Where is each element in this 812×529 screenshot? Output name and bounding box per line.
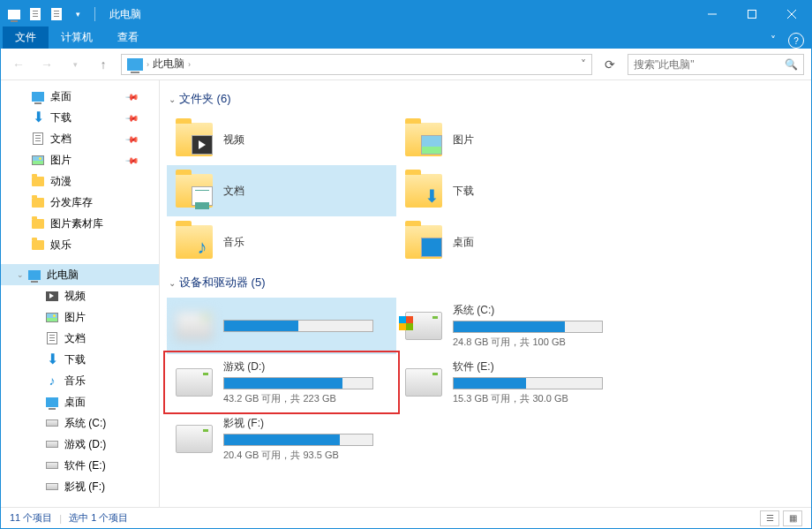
- drive-stats: 24.8 GB 可用，共 100 GB: [453, 336, 617, 349]
- breadcrumb-sep-icon[interactable]: ›: [188, 60, 191, 69]
- drives-grid: 系统 (C:) 24.8 GB 可用，共 100 GB 游戏 (D:) 43.2…: [167, 298, 804, 467]
- close-icon: [787, 10, 796, 19]
- drive-card-系统 (C:)[interactable]: 系统 (C:) 24.8 GB 可用，共 100 GB: [396, 298, 626, 354]
- address-dropdown-icon[interactable]: ˅: [575, 58, 591, 71]
- sidebar-item-图片[interactable]: 图片: [1, 306, 159, 328]
- hdd-icon: [45, 437, 59, 451]
- folder-icon: [31, 195, 45, 209]
- sidebar-item-label: 下载: [64, 352, 86, 367]
- doc-overlay-icon: [192, 186, 213, 206]
- close-button[interactable]: [771, 1, 811, 27]
- folder-card-桌面[interactable]: 桌面: [396, 216, 626, 268]
- sidebar-item-分发库存[interactable]: 分发库存: [1, 192, 159, 213]
- chevron-down-icon: ⌄: [169, 278, 176, 288]
- help-button[interactable]: ?: [788, 33, 804, 49]
- status-sep: |: [59, 513, 62, 524]
- tab-computer[interactable]: 计算机: [49, 26, 105, 49]
- dl-icon: ⬇: [45, 352, 59, 367]
- sidebar-item-label: 娱乐: [50, 238, 71, 253]
- system-menu-icon[interactable]: [6, 6, 22, 22]
- qat-dropdown-icon[interactable]: ▾: [70, 6, 86, 22]
- sidebar-item-系统 (C:)[interactable]: 系统 (C:): [1, 412, 159, 434]
- sidebar-item-label: 图片: [64, 310, 86, 325]
- search-icon[interactable]: 🔍: [785, 58, 798, 71]
- dl-icon: ⬇: [31, 110, 45, 125]
- sidebar-item-下载[interactable]: ⬇下载📌: [1, 107, 159, 128]
- folder-card-音乐[interactable]: ♪音乐: [167, 216, 396, 268]
- sidebar-item-音乐[interactable]: ♪音乐: [1, 370, 159, 391]
- drive-stats: 20.4 GB 可用，共 93.5 GB: [223, 449, 387, 462]
- pic-icon: [31, 153, 45, 167]
- sidebar-item-label: 文档: [50, 132, 71, 147]
- drive-card-软件 (E:)[interactable]: 软件 (E:) 15.3 GB 可用，共 30.0 GB: [396, 354, 626, 411]
- qat-icon-2[interactable]: [49, 6, 64, 22]
- folder-card-下载[interactable]: ⬇下载: [396, 165, 626, 216]
- sidebar-item-娱乐[interactable]: 娱乐: [1, 234, 159, 255]
- sidebar-item-thispc[interactable]: ⌄ 此电脑: [1, 264, 159, 285]
- drive-icon: [405, 312, 442, 340]
- breadcrumb-thispc[interactable]: 此电脑: [149, 57, 188, 72]
- folder-card-视频[interactable]: 视频: [167, 114, 396, 165]
- group-header-drives[interactable]: ⌄ 设备和驱动器 (5): [167, 268, 804, 298]
- folder-label: 桌面: [453, 235, 474, 250]
- nav-forward-button[interactable]: →: [36, 54, 57, 75]
- folder-label: 音乐: [223, 235, 244, 250]
- pin-icon: 📌: [125, 110, 139, 125]
- ribbon-collapse-icon[interactable]: ˅: [765, 33, 781, 49]
- sidebar-item-文档[interactable]: 文档📌: [1, 128, 159, 149]
- qat-divider: [94, 7, 95, 21]
- sidebar-item-label: 音乐: [64, 374, 86, 389]
- tab-view[interactable]: 查看: [105, 26, 151, 49]
- body: 桌面📌⬇下载📌文档📌图片📌动漫分发库存图片素材库娱乐 ⌄ 此电脑 视频图片文档⬇…: [1, 80, 811, 507]
- sidebar-item-游戏 (D:)[interactable]: 游戏 (D:): [1, 434, 159, 455]
- folder-card-文档[interactable]: 文档: [167, 165, 396, 216]
- sidebar-item-视频[interactable]: 视频: [1, 285, 159, 306]
- view-icons-button[interactable]: ▦: [783, 510, 802, 526]
- folder-label: 文档: [223, 184, 244, 199]
- maximize-button[interactable]: [732, 1, 771, 27]
- search-box[interactable]: 🔍: [628, 54, 804, 75]
- folder-label: 图片: [453, 132, 474, 147]
- tab-file[interactable]: 文件: [3, 26, 49, 49]
- desktop-overlay-icon: [421, 238, 442, 257]
- search-input[interactable]: [634, 58, 785, 71]
- sidebar-item-动漫[interactable]: 动漫: [1, 170, 159, 192]
- sidebar-item-下载[interactable]: ⬇下载: [1, 349, 159, 370]
- sidebar-item-桌面[interactable]: 桌面: [1, 391, 159, 412]
- sidebar-item-图片素材库[interactable]: 图片素材库: [1, 213, 159, 234]
- folder-icon: ♪: [176, 225, 213, 259]
- hdd-icon: [45, 458, 59, 472]
- dl-overlay-icon: ⬇: [421, 186, 442, 206]
- drive-card-影视 (F:)[interactable]: 影视 (F:) 20.4 GB 可用，共 93.5 GB: [167, 411, 396, 467]
- sidebar-item-桌面[interactable]: 桌面📌: [1, 86, 159, 107]
- pin-icon: 📌: [125, 89, 139, 103]
- drive-card-游戏 (D:)[interactable]: 游戏 (D:) 43.2 GB 可用，共 223 GB: [167, 354, 396, 411]
- folder-card-图片[interactable]: 图片: [396, 114, 626, 165]
- qat-icon-1[interactable]: [27, 6, 43, 22]
- address-bar[interactable]: › 此电脑 › ˅: [121, 54, 592, 75]
- nav-recent-dropdown[interactable]: ▾: [64, 54, 86, 75]
- chevron-down-icon[interactable]: ⌄: [17, 270, 24, 279]
- sidebar-item-影视 (F:)[interactable]: 影视 (F:): [1, 476, 159, 497]
- sidebar-item-图片[interactable]: 图片📌: [1, 149, 159, 170]
- folder-icon: [176, 174, 213, 208]
- drive-usage-bar: [223, 320, 373, 332]
- pic-icon: [45, 310, 59, 324]
- nav-up-button[interactable]: ↑: [93, 54, 114, 75]
- drive-name: 游戏 (D:): [223, 359, 387, 374]
- address-pc-icon: [127, 58, 143, 71]
- view-toggles: ☰ ▦: [760, 510, 802, 526]
- quick-access-toolbar: ▾: [1, 6, 104, 22]
- svg-rect-1: [748, 11, 756, 19]
- group-header-folders[interactable]: ⌄ 文件夹 (6): [167, 84, 804, 114]
- view-details-button[interactable]: ☰: [760, 510, 779, 526]
- refresh-button[interactable]: ⟳: [599, 54, 620, 75]
- drive-usage-bar: [223, 434, 373, 446]
- window-controls: [692, 1, 811, 27]
- minimize-button[interactable]: [692, 1, 732, 27]
- drive-card-blurred[interactable]: [167, 298, 396, 354]
- nav-back-button[interactable]: ←: [8, 54, 29, 75]
- content-pane: ⌄ 文件夹 (6) 视频图片文档⬇下载♪音乐桌面 ⌄ 设备和驱动器 (5) 系统…: [160, 80, 811, 507]
- sidebar-item-文档[interactable]: 文档: [1, 328, 159, 349]
- sidebar-item-软件 (E:)[interactable]: 软件 (E:): [1, 455, 159, 476]
